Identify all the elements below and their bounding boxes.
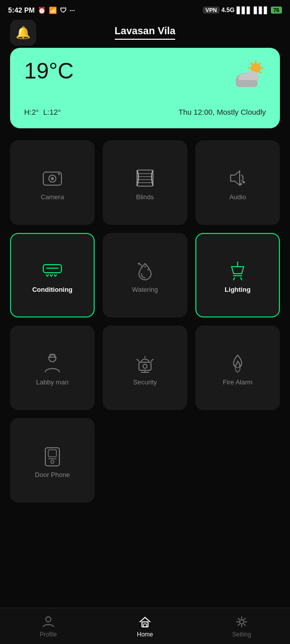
grid-item-conditioning[interactable]: Conditioning (10, 233, 95, 317)
cell-signal-icon: ▋▋▋ (254, 7, 269, 14)
grid-item-security[interactable]: Security (103, 326, 187, 410)
weather-high-low: H:2° L:12° (24, 108, 61, 116)
home-icon (138, 615, 152, 629)
status-time: 5:42 PM ⏰ 📶 🛡 ··· (8, 6, 75, 14)
svg-rect-34 (139, 362, 151, 370)
svg-point-41 (51, 460, 54, 463)
grid-item-lighting[interactable]: Lighting (195, 233, 280, 317)
grid-item-fire[interactable]: Fire Alarm (195, 326, 280, 410)
network-badge: 4.5G (222, 7, 235, 14)
vpn-badge: VPN (203, 7, 220, 14)
page-title: Lavasan Vila (115, 25, 176, 40)
header: 🔔 Lavasan Vila (0, 20, 290, 48)
nav-home-label: Home (137, 631, 153, 638)
notification-bell-button[interactable]: 🔔 (10, 20, 36, 46)
profile-icon (41, 615, 55, 629)
nav-item-profile[interactable]: Profile (0, 615, 97, 638)
svg-point-43 (46, 617, 51, 622)
grid-row-1: Camera Blinds Audio (10, 140, 280, 225)
audio-label: Audio (229, 193, 246, 201)
svg-point-27 (144, 266, 146, 267)
temperature-display: 19°C (24, 60, 74, 82)
bell-icon: 🔔 (16, 26, 31, 40)
grid-item-blinds[interactable]: Blinds (103, 140, 187, 225)
conditioning-label: Conditioning (32, 286, 72, 293)
grid-row-3: Labby man Security Fire Alarm (10, 326, 280, 410)
labby-label: Labby man (36, 378, 68, 386)
grid-item-labby[interactable]: Labby man (10, 326, 95, 410)
svg-rect-44 (142, 622, 148, 627)
svg-point-23 (240, 183, 242, 185)
doorphone-label: Door Phone (35, 471, 69, 478)
weather-top: 19°C (24, 60, 266, 88)
grid-item-watering[interactable]: Watering (103, 233, 187, 317)
fire-label: Fire Alarm (223, 378, 252, 386)
menu-icon: ··· (69, 7, 75, 14)
wifi-signal-icon: ▋▋▋ (237, 7, 252, 14)
nav-item-setting[interactable]: Setting (193, 615, 290, 638)
svg-rect-40 (48, 450, 56, 457)
status-right: VPN 4.5G ▋▋▋ ▋▋▋ 76 (203, 7, 282, 14)
shield-icon: 🛡 (60, 7, 66, 14)
svg-point-35 (143, 364, 147, 368)
nav-item-home[interactable]: Home (97, 615, 193, 638)
grid-row-4: Door Phone (10, 418, 280, 503)
signal-icon: 📶 (49, 7, 57, 14)
bottom-navigation: Profile Home Setting (0, 608, 290, 644)
grid-row-2: Conditioning Watering (10, 233, 280, 317)
grid-item-audio[interactable]: Audio (195, 140, 280, 225)
svg-point-46 (240, 620, 244, 624)
time-display: 5:42 PM (8, 6, 35, 14)
svg-point-26 (138, 263, 140, 265)
alarm-icon: ⏰ (38, 7, 46, 14)
setting-icon (235, 615, 249, 629)
weather-bottom: H:2° L:12° Thu 12:00, Mostly Cloudly (24, 108, 266, 116)
weather-icon (234, 60, 266, 88)
weather-description: Thu 12:00, Mostly Cloudly (179, 108, 266, 116)
status-bar: 5:42 PM ⏰ 📶 🛡 ··· VPN 4.5G ▋▋▋ ▋▋▋ 76 (0, 0, 290, 20)
svg-point-22 (243, 181, 245, 183)
blinds-label: Blinds (136, 193, 154, 201)
svg-point-16 (58, 173, 60, 175)
grid-item-doorphone[interactable]: Door Phone (10, 418, 95, 503)
device-grid: Camera Blinds Audio (0, 140, 290, 503)
svg-rect-12 (236, 80, 258, 87)
svg-line-7 (259, 63, 261, 64)
security-label: Security (133, 378, 157, 386)
svg-point-15 (51, 177, 54, 180)
weather-card: 19°C H:2° L:12° (10, 48, 280, 128)
grid-item-camera[interactable]: Camera (10, 140, 95, 225)
camera-label: Camera (41, 193, 64, 201)
svg-rect-17 (137, 170, 153, 186)
svg-point-28 (148, 269, 149, 270)
lighting-label: Lighting (225, 286, 250, 293)
battery-badge: 76 (271, 7, 282, 14)
watering-label: Watering (132, 286, 158, 293)
svg-line-6 (259, 71, 261, 73)
nav-setting-label: Setting (232, 631, 251, 638)
svg-line-5 (251, 63, 252, 64)
nav-profile-label: Profile (40, 631, 57, 638)
